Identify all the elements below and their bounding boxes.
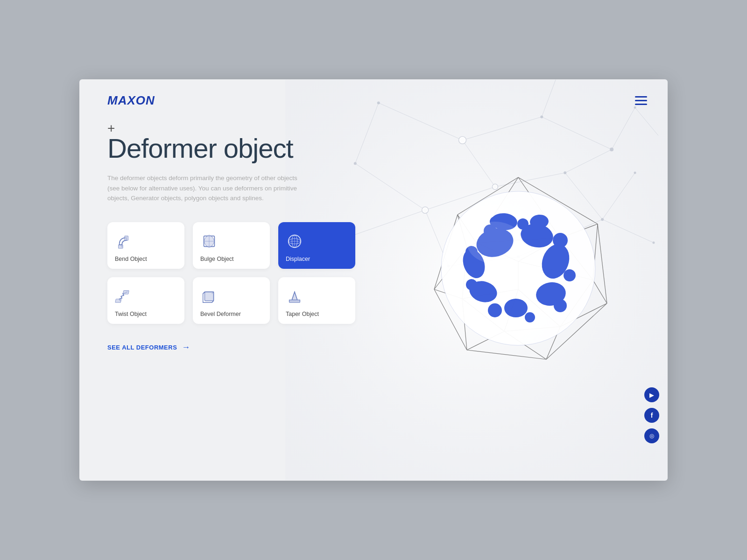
main-container: MAXON + Deformer object The deformer obj… <box>79 79 668 481</box>
svg-rect-55 <box>289 300 300 302</box>
facebook-icon: f <box>651 412 653 419</box>
svg-rect-48 <box>115 299 121 302</box>
social-icons: ▶ f ◎ <box>644 387 659 443</box>
page-title: Deformer object <box>107 133 640 164</box>
card-bulge-label: Bulge Object <box>200 256 234 262</box>
instagram-button[interactable]: ◎ <box>644 428 659 443</box>
card-taper-label: Taper Object <box>286 311 319 317</box>
hamburger-menu[interactable] <box>633 94 649 107</box>
card-bend-label: Bend Object <box>115 256 147 262</box>
cards-grid: Bend Object Bulge Object <box>107 222 640 324</box>
bend-icon <box>115 232 133 252</box>
card-twist-label: Twist Object <box>115 311 147 317</box>
page-description: The deformer objects deform primarily th… <box>107 173 308 203</box>
taper-icon <box>286 287 303 307</box>
see-all-label: SEE ALL DEFORMERS <box>107 344 177 351</box>
bulge-icon <box>200 232 218 252</box>
bevel-icon <box>200 287 218 307</box>
card-bulge[interactable]: Bulge Object <box>193 222 270 269</box>
card-twist[interactable]: Twist Object <box>107 277 184 324</box>
card-displacer-label: Displacer <box>286 256 310 262</box>
card-displacer[interactable]: Displacer <box>278 222 355 269</box>
youtube-button[interactable]: ▶ <box>644 387 659 402</box>
facebook-button[interactable]: f <box>644 408 659 423</box>
svg-rect-38 <box>125 236 128 240</box>
card-bevel-label: Bevel Deformer <box>200 311 241 317</box>
main-content: + Deformer object The deformer objects d… <box>79 108 668 352</box>
svg-rect-39 <box>119 245 123 248</box>
svg-rect-54 <box>205 292 214 301</box>
card-bend[interactable]: Bend Object <box>107 222 184 269</box>
card-bevel[interactable]: Bevel Deformer <box>193 277 270 324</box>
see-all-arrow: → <box>182 343 190 352</box>
svg-rect-49 <box>123 290 129 294</box>
header: MAXON <box>79 79 668 108</box>
youtube-icon: ▶ <box>649 392 654 399</box>
see-all-link[interactable]: SEE ALL DEFORMERS → <box>107 343 640 352</box>
logo: MAXON <box>107 93 155 108</box>
instagram-icon: ◎ <box>649 433 654 439</box>
twist-icon <box>115 287 133 307</box>
displacer-icon <box>286 232 303 252</box>
card-taper[interactable]: Taper Object <box>278 277 355 324</box>
